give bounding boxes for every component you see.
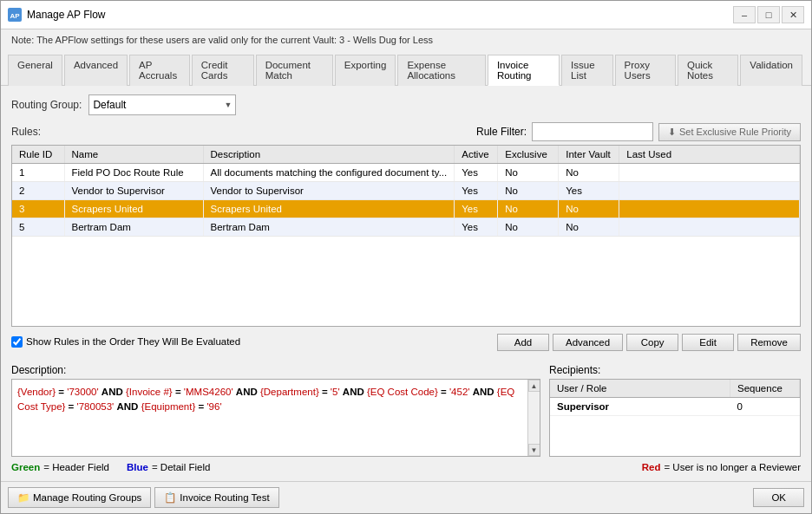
cell-name: Scrapers United [64, 200, 203, 218]
tab-quick-notes[interactable]: Quick Notes [678, 55, 738, 86]
cell-rule-id: 2 [12, 182, 64, 200]
description-text: {Vendor} = '73000' AND {Invoice #} = 'MM… [17, 387, 514, 412]
col-active: Active [455, 146, 498, 164]
cell-rule-id: 5 [12, 218, 64, 237]
legend-blue: Blue = Detail Field [127, 462, 210, 472]
tab-advanced[interactable]: Advanced [64, 55, 128, 86]
description-label: Description: [11, 364, 540, 376]
tab-document-match[interactable]: Document Match [256, 55, 333, 86]
tab-exporting[interactable]: Exporting [335, 55, 396, 86]
routing-group-select-wrapper: Default [88, 94, 236, 115]
green-legend-label: Green [11, 462, 40, 472]
cell-exclusive: No [498, 218, 559, 237]
add-button[interactable]: Add [497, 334, 549, 351]
bottom-left-buttons: 📁 Manage Routing Groups 📋 Invoice Routin… [8, 487, 279, 508]
recipients-header-row: User / Role Sequence [550, 380, 800, 398]
cell-description: Bertram Dam [203, 218, 455, 237]
cell-inter-vault: No [559, 218, 619, 237]
cell-rule-id: 1 [12, 164, 64, 182]
cell-last-used [619, 182, 800, 200]
cell-inter-vault: No [559, 200, 619, 218]
cell-exclusive: No [498, 200, 559, 218]
recipients-box: User / Role Sequence Supervisor 0 [549, 379, 801, 457]
cell-active: Yes [455, 200, 498, 218]
routing-group-select[interactable]: Default [88, 94, 236, 115]
description-text-inner: {Vendor} = '73000' AND {Invoice #} = 'MM… [17, 385, 534, 415]
green-legend-desc: = Header Field [43, 462, 109, 472]
tab-credit-cards[interactable]: Credit Cards [192, 55, 254, 86]
close-button[interactable]: ✕ [782, 6, 804, 23]
copy-button[interactable]: Copy [626, 334, 678, 351]
invoice-routing-test-button[interactable]: 📋 Invoice Routing Test [154, 487, 278, 508]
show-rules-checkbox-label[interactable]: Show Rules in the Order They Will Be Eva… [11, 336, 240, 348]
blue-legend-desc: = Detail Field [152, 462, 210, 472]
tab-validation[interactable]: Validation [740, 55, 802, 86]
maximize-button[interactable]: □ [757, 6, 780, 23]
red-legend-desc: = User is no longer a Reviewer [664, 462, 801, 472]
app-icon: AP [8, 8, 22, 22]
description-box: {Vendor} = '73000' AND {Invoice #} = 'MM… [11, 379, 540, 457]
routing-group-row: Routing Group: Default [11, 94, 801, 115]
cell-inter-vault: No [559, 164, 619, 182]
cell-last-used [619, 164, 800, 182]
col-sequence: Sequence [730, 380, 800, 398]
tab-general[interactable]: General [8, 55, 62, 86]
advanced-button[interactable]: Advanced [553, 334, 623, 351]
cell-active: Yes [455, 218, 498, 237]
title-bar: AP Manage AP Flow – □ ✕ [1, 1, 811, 29]
blue-legend-label: Blue [127, 462, 148, 472]
show-rules-checkbox[interactable] [11, 336, 23, 348]
tab-ap-accruals[interactable]: AP Accruals [129, 55, 190, 86]
legend-row: Green = Header Field Blue = Detail Field [11, 462, 540, 472]
rule-filter-label: Rule Filter: [476, 126, 527, 138]
tab-expense-allocations[interactable]: Expense Allocations [397, 55, 485, 86]
cell-name: Field PO Doc Route Rule [64, 164, 203, 182]
red-legend-label: Red [642, 462, 661, 472]
rules-label: Rules: [11, 126, 41, 138]
legend-green: Green = Header Field [11, 462, 109, 472]
title-bar-controls: – □ ✕ [733, 6, 804, 23]
cell-description: Scrapers United [203, 200, 455, 218]
remove-button[interactable]: Remove [737, 334, 801, 351]
table-row[interactable]: 1 Field PO Doc Route Rule All documents … [12, 164, 800, 182]
recipients-row[interactable]: Supervisor 0 [550, 398, 800, 416]
cell-exclusive: No [498, 182, 559, 200]
minimize-button[interactable]: – [733, 6, 756, 23]
title-bar-left: AP Manage AP Flow [8, 8, 106, 22]
cell-name: Bertram Dam [64, 218, 203, 237]
svg-text:AP: AP [10, 12, 20, 20]
manage-routing-groups-button[interactable]: 📁 Manage Routing Groups [8, 487, 151, 508]
cell-exclusive: No [498, 164, 559, 182]
cell-name: Vendor to Supervisor [64, 182, 203, 200]
routing-groups-icon: 📁 [17, 491, 29, 504]
scroll-up-arrow[interactable]: ▲ [528, 380, 540, 392]
table-row-empty [12, 237, 800, 306]
table-row[interactable]: 2 Vendor to Supervisor Vendor to Supervi… [12, 182, 800, 200]
table-row[interactable]: 5 Bertram Dam Bertram Dam Yes No No [12, 218, 800, 237]
cell-rule-id: 3 [12, 200, 64, 218]
routing-test-icon: 📋 [164, 491, 176, 504]
table-row[interactable]: 3 Scrapers United Scrapers United Yes No… [12, 200, 800, 218]
tab-proxy-users[interactable]: Proxy Users [615, 55, 676, 86]
cell-sequence: 0 [730, 398, 800, 416]
description-area: Description: {Vendor} = '73000' AND {Inv… [11, 364, 540, 472]
down-arrow-icon: ⬇ [668, 127, 676, 138]
col-rule-id: Rule ID [12, 146, 64, 164]
rule-filter-input[interactable] [532, 122, 653, 141]
red-legend-row: Red = User is no longer a Reviewer [549, 462, 801, 472]
tab-invoice-routing[interactable]: Invoice Routing [488, 55, 560, 86]
col-description: Description [203, 146, 455, 164]
table-header-row: Rule ID Name Description Active Exclusiv… [12, 146, 800, 164]
edit-button[interactable]: Edit [682, 334, 734, 351]
ok-button[interactable]: OK [753, 488, 804, 507]
cell-last-used [619, 218, 800, 237]
scroll-down-arrow[interactable]: ▼ [528, 444, 540, 456]
description-scrollbar: ▲ ▼ [527, 380, 540, 456]
rule-filter-row: Rule Filter: ⬇ Set Exclusive Rule Priori… [476, 122, 801, 141]
col-exclusive: Exclusive [498, 146, 559, 164]
rules-section: Rules: Rule Filter: ⬇ Set Exclusive Rule… [11, 122, 801, 357]
col-inter-vault: Inter Vault [559, 146, 619, 164]
set-exclusive-rule-priority-button[interactable]: ⬇ Set Exclusive Rule Priority [658, 123, 801, 141]
tab-issue-list[interactable]: Issue List [561, 55, 613, 86]
cell-active: Yes [455, 164, 498, 182]
